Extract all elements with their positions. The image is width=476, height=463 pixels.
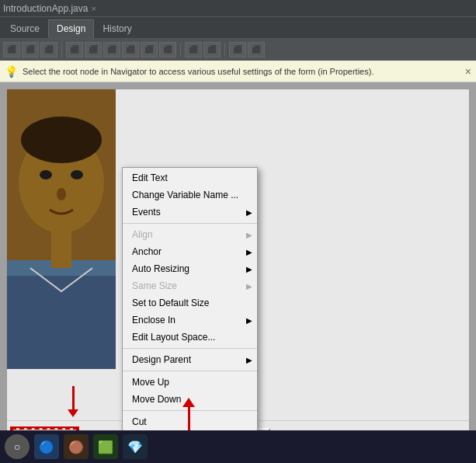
menu-edit-layout[interactable]: Edit Layout Space... (123, 329, 257, 346)
toolbar-btn-2[interactable]: ⬛ (22, 42, 39, 57)
enclose-submenu-arrow: ▶ (246, 316, 252, 325)
menu-anchor[interactable]: Anchor ▶ (123, 243, 257, 260)
menu-auto-resizing-label: Auto Resizing (132, 263, 189, 274)
person-image (7, 89, 116, 369)
arrow-head-up (182, 398, 195, 407)
menu-sep-1 (123, 223, 257, 224)
menu-same-size-label: Same Size (132, 280, 177, 291)
menu-align[interactable]: Align ▶ (123, 226, 257, 243)
title-close-button[interactable]: × (91, 4, 96, 13)
red-arrow-up (182, 398, 195, 430)
tab-source-label: Source (10, 23, 40, 34)
tab-design[interactable]: Design (48, 19, 94, 38)
taskbar-icon-3[interactable]: 🟩 (93, 434, 118, 459)
auto-resizing-submenu-arrow: ▶ (246, 265, 252, 273)
menu-sep-3 (123, 371, 257, 371)
taskbar-icon-2[interactable]: 🟤 (64, 434, 89, 459)
toolbar-btn-9[interactable]: ⬛ (159, 42, 176, 57)
menu-move-up[interactable]: Move Up (123, 374, 257, 391)
toolbar-separator-2 (180, 43, 181, 57)
svg-point-7 (57, 188, 66, 200)
align-submenu-arrow: ▶ (246, 231, 252, 239)
toolbar-btn-7[interactable]: ⬛ (122, 42, 139, 57)
anchor-submenu-arrow: ▶ (246, 248, 252, 256)
svg-rect-8 (51, 229, 71, 268)
toolbar-btn-6[interactable]: ⬛ (103, 42, 120, 57)
taskbar: ○ 🔵 🟤 🟩 💎 (0, 430, 476, 463)
menu-edit-layout-label: Edit Layout Space... (132, 332, 215, 343)
info-close-button[interactable]: × (465, 65, 471, 78)
tab-bar: Source Design History (0, 17, 476, 39)
tab-design-label: Design (57, 23, 85, 34)
arrow-shaft (72, 386, 75, 409)
menu-move-up-label: Move Up (132, 377, 169, 388)
design-parent-submenu-arrow: ▶ (246, 356, 252, 364)
red-arrow-down (68, 386, 78, 417)
arrow-head (68, 409, 78, 417)
taskbar-icon-1[interactable]: 🔵 (34, 434, 59, 459)
menu-change-variable[interactable]: Change Variable Name ... (123, 186, 257, 204)
toolbar-btn-8[interactable]: ⬛ (141, 42, 158, 57)
title-filename: IntroductionApp.java (3, 3, 88, 14)
menu-move-down-label: Move Down (132, 394, 181, 405)
menu-events[interactable]: Events ▶ (123, 204, 257, 221)
menu-change-variable-label: Change Variable Name ... (132, 190, 238, 200)
menu-set-default-size[interactable]: Set to Default Size (123, 294, 257, 312)
menu-enclose-in-label: Enclose In (132, 315, 175, 325)
toolbar-btn-1[interactable]: ⬛ (3, 42, 20, 57)
menu-set-default-size-label: Set to Default Size (132, 298, 209, 308)
events-submenu-arrow: ▶ (246, 208, 252, 217)
design-canvas: jButton1 jButton2 ® jButton3 ® Edit Text… (6, 89, 470, 457)
tab-source[interactable]: Source (2, 19, 48, 38)
toolbar-btn-12[interactable]: ⬛ (229, 42, 246, 57)
toolbar-btn-5[interactable]: ⬛ (85, 42, 102, 57)
tab-history[interactable]: History (94, 19, 140, 38)
menu-edit-text-label: Edit Text (132, 172, 168, 183)
toolbar-btn-13[interactable]: ⬛ (248, 42, 265, 57)
menu-anchor-label: Anchor (132, 246, 162, 257)
title-bar: IntroductionApp.java × (0, 0, 476, 17)
toolbar-btn-3[interactable]: ⬛ (40, 42, 57, 57)
menu-cut-label: Cut (132, 416, 147, 427)
svg-rect-2 (7, 276, 116, 369)
toolbar-btn-10[interactable]: ⬛ (185, 42, 202, 57)
same-size-submenu-arrow: ▶ (246, 282, 252, 291)
taskbar-icon-4[interactable]: 💎 (123, 434, 148, 459)
menu-same-size[interactable]: Same Size ▶ (123, 277, 257, 294)
svg-point-6 (71, 170, 83, 179)
tab-history-label: History (102, 23, 131, 34)
arrow-shaft-up (188, 407, 190, 430)
menu-events-label: Events (132, 207, 161, 218)
info-text: Select the root node in Navigator to acc… (23, 67, 465, 76)
menu-align-label: Align (132, 229, 153, 240)
info-icon: 💡 (5, 65, 18, 78)
menu-edit-text[interactable]: Edit Text (123, 169, 257, 186)
taskbar-circle-icon: ○ (5, 434, 30, 459)
toolbar-separator-1 (61, 43, 62, 57)
toolbar-btn-11[interactable]: ⬛ (203, 42, 221, 57)
toolbar-btn-4[interactable]: ⬛ (66, 42, 83, 57)
svg-point-5 (40, 170, 52, 179)
menu-auto-resizing[interactable]: Auto Resizing ▶ (123, 260, 257, 277)
info-bar: 💡 Select the root node in Navigator to a… (0, 61, 476, 82)
menu-design-parent-label: Design Parent (132, 354, 191, 365)
svg-point-4 (21, 117, 102, 163)
menu-sep-2 (123, 348, 257, 349)
menu-enclose-in[interactable]: Enclose In ▶ (123, 312, 257, 329)
main-design-area: jButton1 jButton2 ® jButton3 ® Edit Text… (0, 82, 476, 463)
menu-design-parent[interactable]: Design Parent ▶ (123, 351, 257, 368)
toolbar: ⬛ ⬛ ⬛ ⬛ ⬛ ⬛ ⬛ ⬛ ⬛ ⬛ ⬛ ⬛ ⬛ (0, 39, 476, 61)
toolbar-separator-3 (224, 43, 225, 57)
